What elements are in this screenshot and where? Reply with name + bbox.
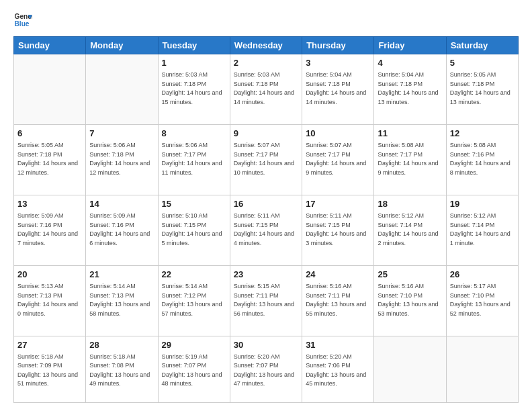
calendar-cell: 20Sunrise: 5:13 AMSunset: 7:13 PMDayligh… bbox=[14, 265, 86, 336]
day-number: 20 bbox=[17, 269, 82, 281]
day-number: 31 bbox=[306, 339, 370, 351]
day-info: Sunrise: 5:18 AMSunset: 7:09 PMDaylight:… bbox=[17, 353, 82, 389]
day-number: 21 bbox=[89, 269, 154, 281]
calendar-cell: 17Sunrise: 5:11 AMSunset: 7:15 PMDayligh… bbox=[302, 195, 374, 265]
day-number: 25 bbox=[378, 269, 442, 281]
calendar-cell bbox=[446, 336, 518, 402]
day-info: Sunrise: 5:05 AMSunset: 7:18 PMDaylight:… bbox=[450, 71, 515, 107]
calendar-cell: 21Sunrise: 5:14 AMSunset: 7:13 PMDayligh… bbox=[86, 265, 158, 336]
day-number: 1 bbox=[162, 57, 226, 69]
calendar-cell: 2Sunrise: 5:03 AMSunset: 7:18 PMDaylight… bbox=[230, 54, 302, 125]
day-info: Sunrise: 5:10 AMSunset: 7:15 PMDaylight:… bbox=[162, 212, 226, 248]
day-number: 26 bbox=[450, 269, 515, 281]
day-number: 15 bbox=[162, 198, 226, 210]
day-info: Sunrise: 5:17 AMSunset: 7:10 PMDaylight:… bbox=[450, 282, 515, 318]
day-number: 18 bbox=[378, 198, 442, 210]
day-info: Sunrise: 5:13 AMSunset: 7:13 PMDaylight:… bbox=[17, 282, 82, 318]
calendar-week-row: 13Sunrise: 5:09 AMSunset: 7:16 PMDayligh… bbox=[14, 195, 519, 265]
calendar-week-row: 6Sunrise: 5:05 AMSunset: 7:18 PMDaylight… bbox=[14, 124, 519, 195]
calendar-cell: 25Sunrise: 5:16 AMSunset: 7:10 PMDayligh… bbox=[374, 265, 446, 336]
day-info: Sunrise: 5:09 AMSunset: 7:16 PMDaylight:… bbox=[89, 212, 154, 248]
calendar-cell bbox=[86, 54, 158, 125]
day-number: 10 bbox=[306, 128, 370, 140]
weekday-header-sunday: Sunday bbox=[14, 37, 86, 54]
day-info: Sunrise: 5:04 AMSunset: 7:18 PMDaylight:… bbox=[306, 71, 370, 107]
day-info: Sunrise: 5:15 AMSunset: 7:11 PMDaylight:… bbox=[234, 282, 298, 318]
day-info: Sunrise: 5:16 AMSunset: 7:10 PMDaylight:… bbox=[378, 282, 442, 318]
weekday-header-tuesday: Tuesday bbox=[158, 37, 230, 54]
day-number: 22 bbox=[162, 269, 226, 281]
day-number: 28 bbox=[89, 339, 154, 351]
weekday-header-monday: Monday bbox=[86, 37, 158, 54]
day-info: Sunrise: 5:09 AMSunset: 7:16 PMDaylight:… bbox=[17, 212, 82, 248]
day-info: Sunrise: 5:05 AMSunset: 7:18 PMDaylight:… bbox=[17, 141, 82, 177]
calendar-cell: 30Sunrise: 5:20 AMSunset: 7:07 PMDayligh… bbox=[230, 336, 302, 402]
day-number: 16 bbox=[234, 198, 298, 210]
calendar-cell: 31Sunrise: 5:20 AMSunset: 7:06 PMDayligh… bbox=[302, 336, 374, 402]
weekday-header-row: SundayMondayTuesdayWednesdayThursdayFrid… bbox=[14, 37, 519, 54]
day-info: Sunrise: 5:07 AMSunset: 7:17 PMDaylight:… bbox=[234, 141, 298, 177]
calendar-cell: 14Sunrise: 5:09 AMSunset: 7:16 PMDayligh… bbox=[86, 195, 158, 265]
calendar-cell: 8Sunrise: 5:06 AMSunset: 7:17 PMDaylight… bbox=[158, 124, 230, 195]
calendar-cell bbox=[374, 336, 446, 402]
day-info: Sunrise: 5:16 AMSunset: 7:11 PMDaylight:… bbox=[306, 282, 370, 318]
day-info: Sunrise: 5:18 AMSunset: 7:08 PMDaylight:… bbox=[89, 353, 154, 389]
calendar-cell: 4Sunrise: 5:04 AMSunset: 7:18 PMDaylight… bbox=[374, 54, 446, 125]
calendar-week-row: 1Sunrise: 5:03 AMSunset: 7:18 PMDaylight… bbox=[14, 54, 519, 125]
day-number: 29 bbox=[162, 339, 226, 351]
calendar-cell: 1Sunrise: 5:03 AMSunset: 7:18 PMDaylight… bbox=[158, 54, 230, 125]
calendar-cell: 12Sunrise: 5:08 AMSunset: 7:16 PMDayligh… bbox=[446, 124, 518, 195]
day-info: Sunrise: 5:03 AMSunset: 7:18 PMDaylight:… bbox=[234, 71, 298, 107]
day-number: 12 bbox=[450, 128, 515, 140]
day-number: 24 bbox=[306, 269, 370, 281]
calendar-cell: 18Sunrise: 5:12 AMSunset: 7:14 PMDayligh… bbox=[374, 195, 446, 265]
day-info: Sunrise: 5:06 AMSunset: 7:17 PMDaylight:… bbox=[162, 141, 226, 177]
calendar-cell: 23Sunrise: 5:15 AMSunset: 7:11 PMDayligh… bbox=[230, 265, 302, 336]
day-number: 6 bbox=[17, 128, 82, 140]
day-number: 17 bbox=[306, 198, 370, 210]
day-number: 2 bbox=[234, 57, 298, 69]
day-number: 13 bbox=[17, 198, 82, 210]
svg-text:Blue: Blue bbox=[15, 20, 30, 28]
calendar-cell: 22Sunrise: 5:14 AMSunset: 7:12 PMDayligh… bbox=[158, 265, 230, 336]
day-info: Sunrise: 5:14 AMSunset: 7:13 PMDaylight:… bbox=[89, 282, 154, 318]
calendar-cell: 24Sunrise: 5:16 AMSunset: 7:11 PMDayligh… bbox=[302, 265, 374, 336]
day-number: 23 bbox=[234, 269, 298, 281]
calendar-cell: 16Sunrise: 5:11 AMSunset: 7:15 PMDayligh… bbox=[230, 195, 302, 265]
day-number: 5 bbox=[450, 57, 515, 69]
calendar-cell: 27Sunrise: 5:18 AMSunset: 7:09 PMDayligh… bbox=[14, 336, 86, 402]
day-number: 8 bbox=[162, 128, 226, 140]
day-number: 11 bbox=[378, 128, 442, 140]
day-info: Sunrise: 5:04 AMSunset: 7:18 PMDaylight:… bbox=[378, 71, 442, 107]
day-number: 3 bbox=[306, 57, 370, 69]
calendar-cell: 10Sunrise: 5:07 AMSunset: 7:17 PMDayligh… bbox=[302, 124, 374, 195]
day-info: Sunrise: 5:12 AMSunset: 7:14 PMDaylight:… bbox=[378, 212, 442, 248]
day-info: Sunrise: 5:06 AMSunset: 7:18 PMDaylight:… bbox=[89, 141, 154, 177]
day-info: Sunrise: 5:20 AMSunset: 7:07 PMDaylight:… bbox=[234, 353, 298, 389]
calendar-cell: 19Sunrise: 5:12 AMSunset: 7:14 PMDayligh… bbox=[446, 195, 518, 265]
day-info: Sunrise: 5:08 AMSunset: 7:16 PMDaylight:… bbox=[450, 141, 515, 177]
day-info: Sunrise: 5:11 AMSunset: 7:15 PMDaylight:… bbox=[234, 212, 298, 248]
calendar-cell: 11Sunrise: 5:08 AMSunset: 7:17 PMDayligh… bbox=[374, 124, 446, 195]
day-number: 19 bbox=[450, 198, 515, 210]
day-info: Sunrise: 5:12 AMSunset: 7:14 PMDaylight:… bbox=[450, 212, 515, 248]
day-number: 30 bbox=[234, 339, 298, 351]
weekday-header-thursday: Thursday bbox=[302, 37, 374, 54]
day-number: 27 bbox=[17, 339, 82, 351]
day-info: Sunrise: 5:07 AMSunset: 7:17 PMDaylight:… bbox=[306, 141, 370, 177]
day-info: Sunrise: 5:19 AMSunset: 7:07 PMDaylight:… bbox=[162, 353, 226, 389]
calendar-cell: 9Sunrise: 5:07 AMSunset: 7:17 PMDaylight… bbox=[230, 124, 302, 195]
calendar-table: SundayMondayTuesdayWednesdayThursdayFrid… bbox=[13, 36, 519, 403]
day-number: 14 bbox=[89, 198, 154, 210]
calendar-cell: 13Sunrise: 5:09 AMSunset: 7:16 PMDayligh… bbox=[14, 195, 86, 265]
calendar-cell: 15Sunrise: 5:10 AMSunset: 7:15 PMDayligh… bbox=[158, 195, 230, 265]
logo: General Blue bbox=[13, 11, 32, 30]
day-number: 4 bbox=[378, 57, 442, 69]
day-info: Sunrise: 5:08 AMSunset: 7:17 PMDaylight:… bbox=[378, 141, 442, 177]
day-info: Sunrise: 5:11 AMSunset: 7:15 PMDaylight:… bbox=[306, 212, 370, 248]
calendar-cell bbox=[14, 54, 86, 125]
weekday-header-friday: Friday bbox=[374, 37, 446, 54]
day-number: 7 bbox=[89, 128, 154, 140]
calendar-cell: 26Sunrise: 5:17 AMSunset: 7:10 PMDayligh… bbox=[446, 265, 518, 336]
calendar-cell: 5Sunrise: 5:05 AMSunset: 7:18 PMDaylight… bbox=[446, 54, 518, 125]
